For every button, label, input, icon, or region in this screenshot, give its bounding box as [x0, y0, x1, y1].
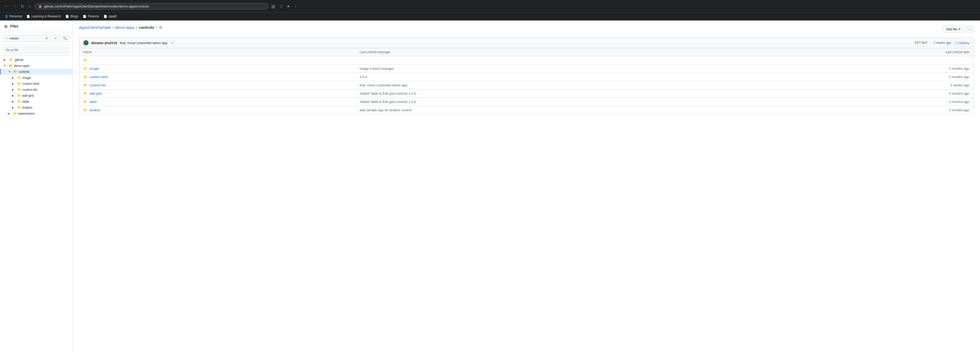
folder-icon-textbox: 📁	[83, 108, 88, 112]
browser-actions: ▤ ☆ ● ⋮	[270, 3, 299, 10]
history-label: History	[959, 41, 969, 45]
file-name-custom-html[interactable]: 📁 custom-html	[83, 75, 360, 79]
breadcrumb-demo-apps-link[interactable]: demo-apps	[115, 25, 135, 30]
commit-msg-custom-list: feat: move customlist demo app	[360, 83, 912, 87]
branch-chevron-icon: ▼	[45, 37, 48, 40]
commit-msg-textbox: add sample app for textbox control	[360, 108, 912, 112]
bookmark-blogs-label: Blogs	[70, 14, 78, 18]
file-name-parent-label: ..	[89, 58, 91, 62]
tree-item-table[interactable]: ▶ 📁 table	[0, 98, 72, 105]
breadcrumb-sep1: /	[112, 25, 113, 30]
secure-icon: 🔒	[38, 5, 42, 8]
browser-chrome: ← → ↻ ⌂ 🔒 github.com/UiPath/AppsClientSa…	[0, 0, 980, 13]
folder-icon-edit-grid: 📁	[83, 92, 88, 95]
tree-folder-edit-grid-icon: 📁	[17, 94, 21, 97]
tree-expand-edit-grid-icon: ▶	[12, 94, 16, 97]
tree-item-edit-grid[interactable]: ▶ 📁 edit-grid	[0, 92, 72, 98]
table-row-textbox[interactable]: 📁 textbox add sample app for textbox con…	[79, 106, 974, 114]
tree-item-demo-apps[interactable]: ▼ 📂 demo-apps	[0, 63, 72, 69]
commit-date-custom-html: 2 months ago	[912, 75, 969, 79]
bookmark-finance[interactable]: 📄 Finance	[81, 14, 101, 19]
col-date-header: Last commit date	[912, 50, 969, 54]
file-name-custom-list-label: custom-list	[89, 83, 106, 87]
commit-separator: ·	[930, 41, 931, 44]
file-table: Name Last commit message Last commit dat…	[79, 48, 974, 114]
bookmark-button[interactable]: ☆	[278, 3, 284, 10]
file-name-edit-grid[interactable]: 📁 edit-grid	[83, 92, 360, 95]
breadcrumb-controls-current: controls	[139, 25, 154, 30]
file-name-image[interactable]: 📁 Image	[83, 67, 360, 71]
header-actions: Add file ▼ ···	[943, 26, 974, 33]
sidebar-search-container	[0, 44, 72, 56]
go-to-file-input[interactable]	[3, 47, 69, 54]
table-row-table[interactable]: 📁 table Added Table & Edit grid controls…	[79, 98, 974, 106]
tree-item-github[interactable]: ▶ 📁 .github	[0, 57, 72, 63]
tree-item-textbox-label: textbox	[22, 106, 69, 110]
bookmark-learning[interactable]: 📄 Learning & Research	[24, 14, 63, 19]
folder-icon-image: 📁	[83, 67, 88, 71]
bookmark-learning-label: Learning & Research	[32, 14, 61, 18]
bookmark-uipath[interactable]: 📄 uipath	[102, 14, 119, 19]
extensions-button[interactable]: ▤	[270, 3, 276, 10]
commit-message: feat: move customlist demo app	[120, 41, 167, 45]
tree-item-custom-list[interactable]: ▶ 📁 custom-list	[0, 87, 72, 92]
back-button[interactable]: ←	[3, 3, 10, 10]
address-bar[interactable]: 🔒 github.com/UiPath/AppsClientSample/tre…	[35, 3, 268, 10]
tree-item-controls-label: controls	[19, 70, 69, 74]
tree-item-textbox[interactable]: ▶ 📁 textbox	[0, 105, 72, 111]
search-sidebar-button[interactable]: 🔍	[60, 35, 69, 42]
tree-item-image[interactable]: ▶ 📁 Image	[0, 75, 72, 81]
commit-msg-edit-grid: Added Table & Edit grid controls 1.0.0	[360, 92, 912, 95]
forward-button[interactable]: →	[11, 3, 18, 10]
breadcrumb-sep3: /	[156, 25, 157, 30]
menu-button[interactable]: ⋮	[293, 3, 299, 10]
bookmark-finance-icon: 📄	[83, 15, 86, 18]
breadcrumb-repo-link[interactable]: AppsClientSample	[79, 25, 111, 30]
table-row-parent[interactable]: 📁 ..	[79, 56, 974, 65]
bookmark-personal[interactable]: 👤 Personal	[3, 14, 24, 19]
table-row-custom-html[interactable]: 📁 custom-html 3.0.0 2 months ago	[79, 73, 974, 81]
bookmark-uipath-label: uipath	[108, 14, 117, 18]
copy-path-button[interactable]: ⧉	[158, 25, 163, 30]
more-options-button[interactable]: ···	[966, 26, 974, 33]
sidebar-toggle-button[interactable]: ▦	[4, 24, 8, 29]
commit-date-textbox: 2 months ago	[912, 108, 969, 112]
nav-buttons: ← → ↻ ⌂	[3, 3, 32, 10]
commit-msg-table: Added Table & Edit grid controls 1.0.0	[360, 100, 912, 104]
history-button[interactable]: 🕐 History	[954, 41, 969, 45]
file-name-table[interactable]: 📁 table	[83, 100, 360, 104]
tree-item-custom-html[interactable]: ▶ 📁 custom-html	[0, 81, 72, 87]
col-name-header: Name	[83, 50, 360, 54]
bookmark-uipath-icon: 📄	[103, 15, 107, 18]
commit-sha[interactable]: 28f79ef	[914, 41, 928, 44]
file-name-custom-list[interactable]: 📁 custom-list	[83, 83, 360, 87]
tree-item-controls[interactable]: ▼ 📂 controls	[0, 69, 72, 75]
home-button[interactable]: ⌂	[27, 3, 32, 10]
profile-button[interactable]: ●	[286, 3, 291, 10]
tree-folder-github-icon: 📁	[9, 58, 13, 62]
commit-bar: diwakar-jha3110 feat: move customlist de…	[79, 37, 974, 48]
table-row-edit-grid[interactable]: 📁 edit-grid Added Table & Edit grid cont…	[79, 89, 974, 98]
commit-date-custom-list: 2 weeks ago	[912, 83, 969, 87]
tree-folder-expressions-icon: 📁	[13, 111, 17, 116]
file-table-header: Name Last commit message Last commit dat…	[79, 48, 974, 56]
add-file-sidebar-button[interactable]: +	[52, 35, 59, 42]
tree-item-expressions[interactable]: ▶ 📁 expressions	[0, 111, 72, 116]
branch-selector[interactable]: ⑂ master ▼	[3, 35, 51, 42]
folder-icon-table: 📁	[83, 100, 88, 104]
tree-folder-demo-apps-icon: 📂	[9, 64, 13, 68]
tree-expand-github-icon: ▶	[4, 58, 8, 61]
file-name-textbox[interactable]: 📁 textbox	[83, 108, 360, 112]
branch-icon: ⑂	[6, 37, 8, 40]
sidebar-header: ▦ Files	[0, 21, 72, 32]
add-file-button[interactable]: Add file ▼	[943, 26, 964, 33]
table-row-custom-list[interactable]: 📁 custom-list feat: move customlist demo…	[79, 81, 974, 89]
breadcrumb: AppsClientSample / demo-apps / controls …	[79, 25, 163, 30]
add-file-label: Add file	[946, 27, 957, 31]
commit-author[interactable]: diwakar-jha3110	[91, 41, 117, 45]
reload-button[interactable]: ↻	[19, 3, 26, 10]
table-row-image[interactable]: 📁 Image Image control changes 2 months a…	[79, 65, 974, 73]
file-name-parent[interactable]: 📁 ..	[83, 58, 360, 62]
folder-icon-parent: 📁	[83, 58, 88, 62]
bookmark-blogs[interactable]: 📄 Blogs	[64, 14, 80, 19]
